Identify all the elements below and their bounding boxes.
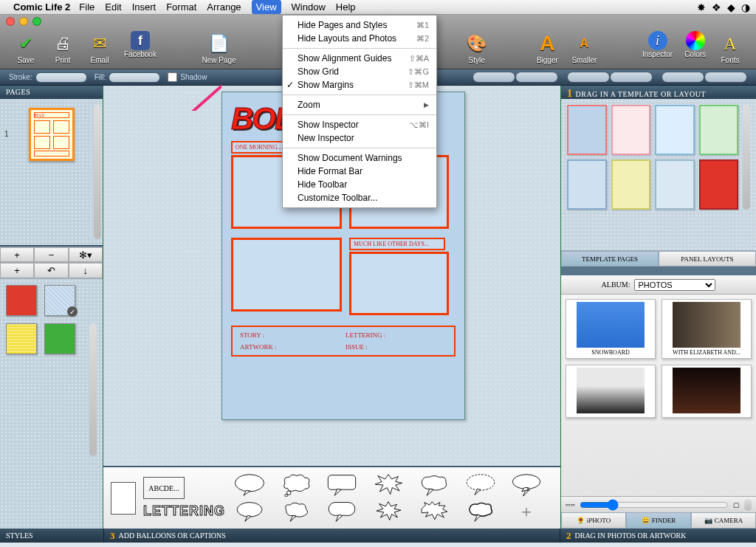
template-thumb-8[interactable]: [699, 159, 739, 210]
template-thumb-3[interactable]: [655, 105, 695, 155]
format-pill-5[interactable]: [662, 72, 704, 83]
newpage-button[interactable]: 📄New Page: [202, 31, 236, 64]
style-swatch-yellow[interactable]: [6, 323, 37, 354]
menuitem-customize-toolbar[interactable]: Customize Toolbar...: [283, 191, 436, 204]
templates-scrollbar[interactable]: [743, 105, 750, 210]
colors-button[interactable]: Colors: [684, 31, 706, 64]
panel-4[interactable]: [349, 252, 449, 315]
bigger-button[interactable]: ABigger: [535, 31, 560, 64]
style-swatch-red[interactable]: [6, 285, 37, 316]
tab-camera[interactable]: 📷CAMERA: [691, 512, 756, 529]
save-button[interactable]: ✔︎Save: [13, 31, 38, 64]
menuitem-show-margins[interactable]: Show Margins⇧⌘M: [283, 78, 436, 92]
add-balloon-button[interactable]: ＋: [509, 500, 543, 523]
shadow-checkbox[interactable]: [168, 72, 177, 82]
fonts-button[interactable]: AFonts: [718, 31, 743, 64]
photos-scrollbar[interactable]: [744, 499, 752, 511]
menu-window[interactable]: Window: [292, 1, 326, 13]
balloon-burst-2[interactable]: [371, 500, 405, 523]
fill-field[interactable]: [109, 72, 160, 83]
tab-iphoto[interactable]: 🌻iPHOTO: [561, 512, 626, 529]
menuitem-zoom[interactable]: Zoom: [283, 98, 436, 111]
panel-3[interactable]: [231, 238, 342, 312]
balloon-thought[interactable]: [279, 473, 313, 497]
template-thumb-4[interactable]: [699, 105, 739, 155]
balloon-whisper[interactable]: [464, 473, 498, 497]
print-button[interactable]: 🖨Print: [50, 31, 75, 64]
credits-box[interactable]: STORY : LETTERING : ARTWORK : ISSUE :: [231, 326, 456, 357]
lettering-element[interactable]: LETTERING: [143, 503, 225, 519]
menuitem-doc-warnings[interactable]: Show Document Warnings: [283, 151, 436, 165]
status-icon-1[interactable]: ✸: [697, 1, 706, 13]
thumb-size-slider[interactable]: [580, 499, 729, 511]
album-select[interactable]: PHOTOS: [634, 279, 715, 291]
menu-edit[interactable]: Edit: [105, 1, 121, 13]
template-thumb-6[interactable]: [611, 159, 651, 210]
format-pill-6[interactable]: [704, 72, 747, 83]
format-pill-1[interactable]: [472, 72, 515, 83]
balloon-rect-round[interactable]: [325, 500, 359, 523]
app-name[interactable]: Comic Life 2: [13, 1, 70, 13]
template-thumb-1[interactable]: [567, 105, 607, 155]
balloon-oval-big[interactable]: [233, 473, 267, 497]
photo-thumb-1[interactable]: SNOWBOARD: [566, 299, 656, 359]
balloon-cloud[interactable]: [279, 500, 313, 523]
page-options-button[interactable]: ✻▾: [69, 247, 103, 262]
format-pill-2[interactable]: [515, 72, 558, 83]
template-thumb-5[interactable]: [567, 159, 607, 210]
menu-insert[interactable]: Insert: [132, 1, 157, 13]
balloon-rough[interactable]: [464, 500, 498, 523]
window-zoom-button[interactable]: [32, 17, 41, 26]
menuitem-show-inspector[interactable]: Show Inspector⌥⌘I: [283, 118, 436, 131]
style-button[interactable]: 🎨Style: [464, 31, 489, 64]
status-icon-4[interactable]: ◑: [741, 1, 750, 13]
styles-scrollbar[interactable]: [89, 323, 97, 456]
page-thumbnail[interactable]: BOLD: [29, 108, 75, 161]
template-thumb-2[interactable]: [611, 105, 651, 155]
menuitem-hide-format-bar[interactable]: Hide Format Bar: [283, 165, 436, 178]
menuitem-hide-pages[interactable]: Hide Pages and Styles⌘1: [283, 18, 436, 32]
inspector-button[interactable]: iInspector: [642, 31, 673, 64]
status-icon-3[interactable]: ◆: [727, 1, 735, 13]
format-pill-4[interactable]: [610, 72, 653, 83]
status-icon-2[interactable]: ❖: [712, 1, 721, 13]
menuitem-alignment-guides[interactable]: Show Alignment Guides⇧⌘A: [283, 52, 436, 65]
photo-thumb-4[interactable]: [662, 365, 752, 418]
apply-style-button[interactable]: ↓: [69, 263, 103, 278]
balloon-wobble[interactable]: [417, 473, 451, 497]
menu-arrange[interactable]: Arrange: [207, 1, 241, 13]
balloon-spiky[interactable]: [417, 500, 451, 523]
menuitem-hide-toolbar[interactable]: Hide Toolbar: [283, 178, 436, 191]
photo-thumb-2[interactable]: WITH ELIZABETH AND...: [662, 299, 752, 359]
style-swatch-blue[interactable]: [44, 285, 75, 316]
style-undo-button[interactable]: ↶: [34, 263, 68, 278]
template-thumb-7[interactable]: [655, 159, 695, 210]
menu-format[interactable]: Format: [166, 1, 196, 13]
add-page-button[interactable]: +: [0, 247, 34, 262]
balloon-burst[interactable]: [371, 473, 405, 497]
pages-scrollbar[interactable]: [94, 105, 101, 239]
window-minimize-button[interactable]: [19, 17, 28, 26]
add-style-button[interactable]: +: [0, 263, 34, 278]
balloon-rect[interactable]: [325, 473, 359, 497]
caption-element[interactable]: ABCDE...: [143, 477, 185, 499]
stroke-field[interactable]: [35, 72, 87, 83]
balloon-small-oval[interactable]: [233, 500, 267, 523]
menu-help[interactable]: Help: [336, 1, 356, 13]
menu-file[interactable]: File: [79, 1, 94, 13]
facebook-button[interactable]: fFacebook: [124, 31, 157, 64]
menuitem-new-inspector[interactable]: New Inspector: [283, 131, 436, 145]
menu-view[interactable]: View: [252, 0, 281, 14]
menuitem-show-grid[interactable]: Show Grid⇧⌘G: [283, 65, 436, 78]
photo-thumb-3[interactable]: [566, 365, 656, 418]
style-swatch-green[interactable]: [44, 323, 75, 354]
smaller-button[interactable]: ASmaller: [571, 31, 597, 64]
menuitem-hide-layouts[interactable]: Hide Layouts and Photos⌘2: [283, 32, 436, 45]
window-close-button[interactable]: [6, 17, 15, 26]
format-pill-3[interactable]: [567, 72, 610, 83]
tab-template-pages[interactable]: TEMPLATE PAGES: [561, 251, 659, 266]
balloon-bolt-tail[interactable]: [509, 473, 543, 497]
tab-panel-layouts[interactable]: PANEL LAYOUTS: [659, 251, 756, 266]
email-button[interactable]: ✉︎Email: [87, 31, 112, 64]
caption-box-2[interactable]: MUCH LIKE OTHER DAYS...: [349, 238, 445, 250]
